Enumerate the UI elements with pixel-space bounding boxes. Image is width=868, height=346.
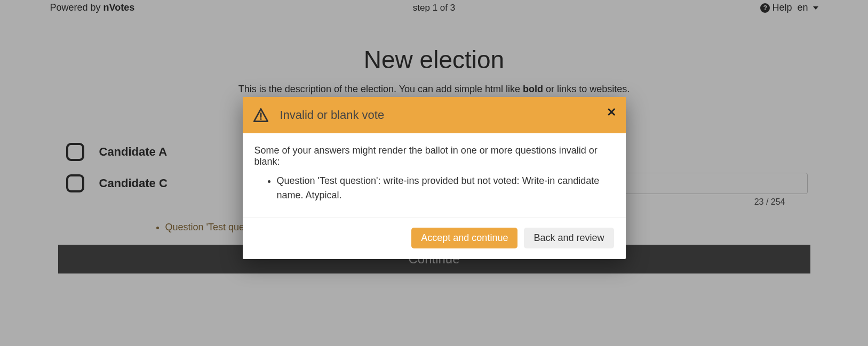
warning-triangle-icon (253, 108, 268, 122)
modal-header: Invalid or blank vote ✕ (243, 97, 626, 133)
accept-continue-button[interactable]: Accept and continue (411, 228, 517, 248)
modal-title: Invalid or blank vote (280, 108, 385, 122)
svg-point-1 (260, 118, 261, 120)
modal-warning-item: Question 'Test question': write-ins prov… (277, 174, 614, 203)
back-review-button[interactable]: Back and review (524, 228, 614, 248)
modal-footer: Accept and continue Back and review (243, 218, 626, 259)
modal-body: Some of your answers might render the ba… (243, 133, 626, 218)
modal-intro: Some of your answers might render the ba… (254, 145, 614, 167)
close-icon[interactable]: ✕ (607, 107, 616, 118)
invalid-vote-modal: Invalid or blank vote ✕ Some of your ans… (243, 97, 626, 259)
